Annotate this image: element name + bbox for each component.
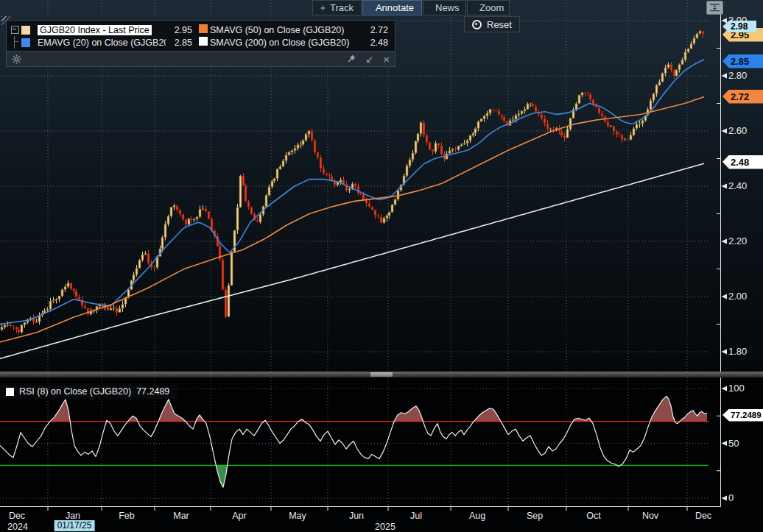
pencil-icon [370,4,371,13]
reset-label: Reset [487,19,512,30]
legend-item-sma50[interactable]: SMAVG (50) on Close (GJGB20) [208,25,365,35]
price-axis-label-2.40: 2.40 [728,180,747,192]
price-chip-2.72: 2.72 [722,90,763,104]
last-price-value: 2.95 [166,25,192,35]
rsi-axis-label-0: 0 [728,492,734,504]
month-label-Dec: Dec [695,511,711,521]
legend-footer: ↙ × [7,51,395,66]
price-chip-2.85: 2.85 [722,54,763,68]
last-price-swatch [21,26,30,35]
rsi-legend-label[interactable]: RSI (8) on Close (GJGB20) [19,386,131,397]
price-chip-77.2489: 77.2489 [722,409,763,422]
legend-item-last-price[interactable]: GJGB20 Index - Last Price [38,25,152,35]
reset-button[interactable]: Reset [464,16,520,32]
rsi-swatch [6,388,14,396]
chart-canvas[interactable] [0,0,763,532]
pin-icon[interactable] [347,54,356,63]
month-label-Sep: Sep [527,511,543,521]
month-label-Nov: Nov [642,511,658,521]
legend-item-sma200[interactable]: SMAVG (200) on Close (GJGB20) [208,38,365,48]
legend-item-ema20[interactable]: EMAVG (20) on Close (GJGB20) [35,38,166,48]
price-chip-2.98: 2.98 [722,21,756,32]
month-label-Jul: Jul [410,511,422,521]
ema20-swatch [21,38,30,47]
legend-panel: GJGB20 Index - Last Price 2.95 SMAVG (50… [6,20,395,67]
price-axis-label-2.60: 2.60 [728,125,747,137]
month-label-May: May [289,511,306,521]
month-label-Dec: Dec [9,511,25,521]
month-label-Mar: Mar [173,511,189,521]
sma200-swatch [199,37,208,46]
annotation-date-chip[interactable]: 01/17/25 [54,520,95,531]
rsi-axis-label-50: 50 [728,438,739,450]
zoom-button[interactable]: Zoom [467,0,510,15]
month-label-Oct: Oct [586,511,600,521]
legend-row: EMAVG (20) on Close (GJGB20) 2.85 SMAVG … [10,36,390,49]
rsi-axis-label-100: 100 [728,383,745,394]
year-label-right: 2025 [375,522,395,532]
price-axis-label-2.20: 2.20 [728,235,747,247]
reset-icon [472,20,482,29]
track-label: Track [330,2,354,13]
month-label-Jun: Jun [349,511,364,521]
month-label-Feb: Feb [119,511,135,521]
month-label-Aug: Aug [469,511,485,521]
sma50-swatch [199,24,208,33]
bloomberg-chart-window: Track Annotate News Zoom Reset [0,0,763,532]
price-chip-2.48: 2.48 [722,155,763,169]
rsi-legend: RSI (8) on Close (GJGB20) 77.2489 [0,385,177,399]
price-axis-label-2.80: 2.80 [728,70,747,82]
month-label-Apr: Apr [232,511,246,521]
grid-icon[interactable] [706,1,723,15]
rsi-legend-value: 77.2489 [136,386,169,397]
news-label: News [435,2,460,13]
tree-collapse-icon[interactable] [11,26,19,34]
minimize-arrow-icon[interactable]: ↙ [365,54,373,64]
annotate-button[interactable]: Annotate [362,0,422,15]
year-label-left: 2024 [7,522,28,532]
news-button[interactable]: News [423,0,466,15]
ema20-value: 2.85 [166,38,192,48]
tree-branch-line [14,36,19,49]
sma50-value: 2.72 [365,25,388,35]
month-label-Jan: Jan [66,511,80,521]
track-button[interactable]: Track [312,0,362,15]
panel-divider-handle[interactable] [370,372,393,377]
sma200-value: 2.48 [365,38,388,48]
close-icon[interactable]: × [383,54,390,65]
crosshair-icon [320,4,326,13]
price-axis-label-2.00: 2.00 [728,291,747,302]
gear-icon[interactable] [12,54,21,64]
annotate-label: Annotate [376,2,414,13]
sort-grid-icon [710,4,720,12]
zoom-label: Zoom [479,2,504,13]
legend-row: GJGB20 Index - Last Price 2.95 SMAVG (50… [10,24,390,36]
price-axis-label-1.80: 1.80 [728,346,747,358]
